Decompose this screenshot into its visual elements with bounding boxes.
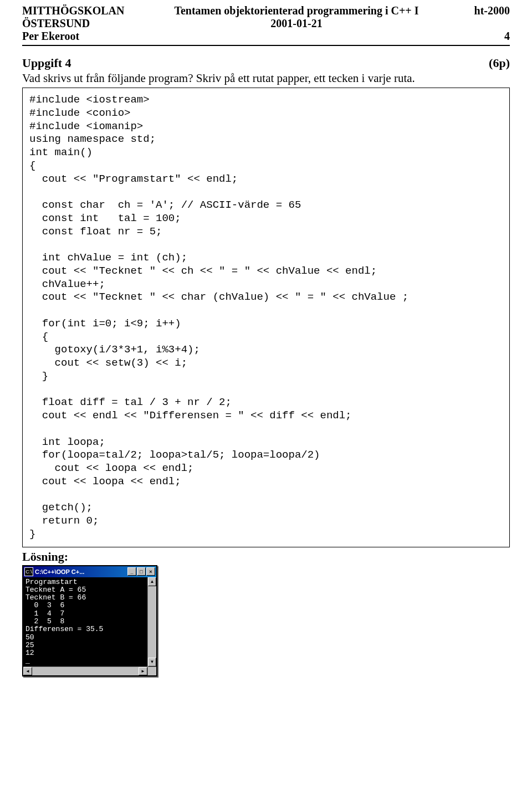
close-button[interactable]: × — [146, 567, 155, 576]
task-label: Uppgift 4 — [22, 56, 71, 70]
header-center: Tentamen objektorienterad programmering … — [139, 4, 454, 30]
scroll-up-icon[interactable]: ▲ — [148, 577, 156, 586]
app-icon: C:\ — [24, 567, 33, 576]
code-listing: #include <iostream> #include <conio> #in… — [22, 88, 510, 547]
console-body-wrap: Programstart Tecknet A = 65 Tecknet B = … — [23, 577, 156, 667]
console-window: C:\ C:\C++\OOP C+... _ □ × Programstart … — [22, 565, 157, 676]
document-header: MITTHÖGSKOLAN ÖSTERSUND Per Ekeroot Tent… — [22, 4, 510, 43]
header-right: ht-2000 4 — [454, 4, 510, 43]
author-line: Per Ekeroot — [22, 30, 139, 43]
maximize-button[interactable]: □ — [137, 567, 146, 576]
header-left: MITTHÖGSKOLAN ÖSTERSUND Per Ekeroot — [22, 4, 139, 43]
exam-title: Tentamen objektorienterad programmering … — [139, 4, 454, 17]
scroll-track[interactable] — [148, 586, 156, 658]
window-title: C:\C++\OOP C+... — [35, 568, 127, 575]
scroll-down-icon[interactable]: ▼ — [148, 658, 156, 667]
term: ht-2000 — [454, 4, 510, 17]
horizontal-scrollbar[interactable]: ◄ ► — [23, 667, 156, 675]
task-points: (6p) — [489, 56, 510, 70]
header-rule — [22, 45, 510, 46]
minimize-button[interactable]: _ — [127, 567, 136, 576]
window-buttons: _ □ × — [127, 567, 155, 576]
page-number: 4 — [454, 30, 510, 43]
scroll-left-icon[interactable]: ◄ — [23, 667, 32, 675]
console-output: Programstart Tecknet A = 65 Tecknet B = … — [23, 577, 147, 667]
exam-date: 2001-01-21 — [139, 17, 454, 30]
school-line1: MITTHÖGSKOLAN — [22, 4, 139, 17]
task-description: Vad skrivs ut från följande program? Skr… — [22, 71, 510, 85]
page: MITTHÖGSKOLAN ÖSTERSUND Per Ekeroot Tent… — [6, 0, 526, 693]
hscroll-track[interactable] — [32, 667, 139, 675]
scroll-corner — [147, 667, 156, 675]
solution-label: Lösning: — [22, 550, 510, 564]
titlebar: C:\ C:\C++\OOP C+... _ □ × — [23, 566, 156, 577]
school-line2: ÖSTERSUND — [22, 17, 139, 30]
task-heading: Uppgift 4 (6p) — [22, 56, 510, 70]
scroll-right-icon[interactable]: ► — [139, 667, 147, 675]
vertical-scrollbar[interactable]: ▲ ▼ — [147, 577, 156, 667]
